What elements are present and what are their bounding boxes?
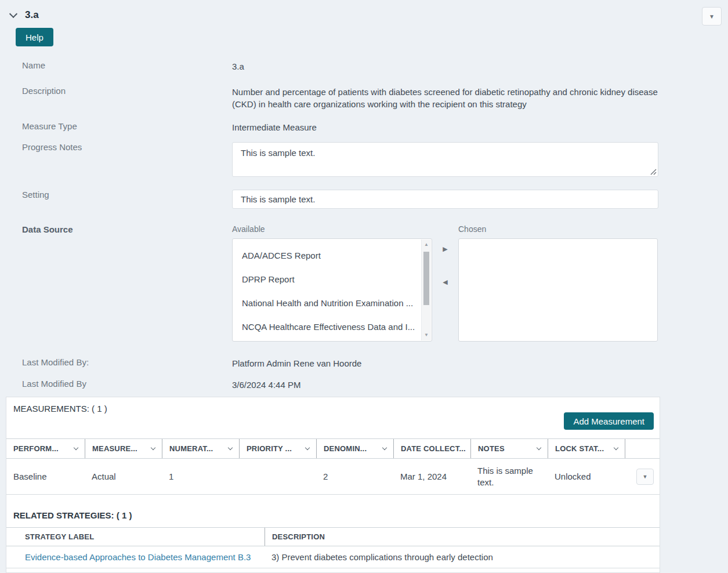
column-menu-chevron-icon[interactable] [151, 445, 155, 450]
strategies-table-header: STRATEGY LABELDESCRIPTION [6, 527, 660, 546]
column-header-label: PERFORM... [13, 444, 59, 453]
chosen-label: Chosen [458, 224, 658, 234]
measurement-cell: Unlocked [548, 471, 625, 483]
strategies-column-header: STRATEGY LABEL [6, 528, 265, 546]
page-title: 3.a [25, 9, 39, 21]
related-strategies-title: RELATED STRATEGIES: ( 1 ) [13, 510, 132, 520]
name-value: 3.a [232, 60, 658, 72]
setting-input[interactable] [232, 190, 658, 209]
last-modified-by-name-label: Last Modified By: [0, 357, 232, 367]
form-row-last-modified-by-date: Last Modified By 3/6/2024 4:44 PM [0, 379, 728, 391]
last-modified-by-date-label: Last Modified By [0, 379, 232, 389]
strategies-column-header: DESCRIPTION [265, 528, 660, 546]
add-measurement-button[interactable]: Add Measurement [564, 412, 654, 430]
chosen-listbox[interactable] [458, 238, 658, 342]
measurement-cell: Mar 1, 2024 [393, 471, 470, 483]
measurement-column-header: NUMERAT... [162, 439, 239, 458]
measurement-column-header: MEASURE... [85, 439, 162, 458]
last-modified-by-date-value: 3/6/2024 4:44 PM [232, 379, 658, 391]
column-menu-chevron-icon[interactable] [537, 445, 541, 450]
measurements-title: MEASUREMENTS: ( 1 ) [13, 404, 107, 414]
measurement-column-header: NOTES [470, 439, 548, 458]
data-source-option[interactable]: DPRP Report [233, 267, 421, 291]
form-row-name: Name 3.a [0, 60, 728, 72]
column-header-label: DENOMIN... [324, 444, 367, 453]
strategy-link[interactable]: Evidence-based Approaches to Diabetes Ma… [25, 552, 251, 562]
scroll-up-icon[interactable]: ▲ [422, 242, 431, 248]
measure-form: Name 3.a Description Number and percenta… [0, 60, 728, 391]
measurements-panel: MEASUREMENTS: ( 1 ) Add Measurement PERF… [6, 397, 660, 573]
column-menu-chevron-icon[interactable] [614, 445, 618, 450]
data-source-option[interactable]: ADA/ADCES Report [233, 244, 421, 267]
move-left-button[interactable]: ◀ [443, 278, 447, 286]
form-row-setting: Setting [0, 190, 728, 209]
column-header-label: NUMERAT... [169, 444, 213, 453]
scroll-down-icon[interactable]: ▼ [422, 332, 431, 338]
caret-down-icon: ▼ [643, 474, 648, 480]
measurement-cell: Actual [85, 471, 162, 483]
strategy-row: Evidence-based Approaches to Diabetes Ma… [6, 546, 660, 568]
measurement-column-header: PRIORITY ... [239, 439, 316, 458]
listbox-scrollbar[interactable]: ▲ ▼ [421, 240, 431, 340]
available-listbox[interactable]: ADA/ADCES ReportDPRP ReportNational Heal… [232, 238, 432, 342]
measure-type-value: Intermediate Measure [232, 121, 658, 133]
measurement-cell: Baseline [6, 471, 85, 483]
setting-label: Setting [0, 190, 232, 200]
last-modified-by-name-value: Platform Admin Rene van Hoorde [232, 357, 658, 369]
measurement-cell: 2 [316, 471, 393, 483]
progress-notes-label: Progress Notes [0, 142, 232, 152]
measurement-row-menu-button[interactable]: ▼ [636, 469, 654, 485]
column-header-label: MEASURE... [92, 444, 137, 453]
description-value: Number and percentage of patients with d… [232, 86, 658, 110]
help-button[interactable]: Help [16, 28, 53, 46]
measurement-cell-actions: ▼ [625, 469, 661, 485]
data-source-option[interactable]: National Health and Nutrition Examinatio… [233, 291, 421, 315]
header-menu-button[interactable]: ▼ [702, 7, 722, 26]
measurement-column-header: DENOMIN... [316, 439, 393, 458]
column-menu-chevron-icon[interactable] [74, 445, 78, 450]
measurements-table-header: PERFORM...MEASURE...NUMERAT...PRIORITY .… [6, 438, 660, 459]
strategy-description: 3) Prevent diabetes complications throug… [265, 552, 660, 562]
measurement-column-header: DATE COLLECT... [393, 439, 470, 458]
data-source-label: Data Source [0, 224, 232, 234]
measurement-column-header: LOCK STAT... [548, 439, 625, 458]
data-source-option[interactable]: NCQA Healthcare Effectiveness Data and I… [233, 315, 421, 339]
available-label: Available [232, 224, 432, 234]
column-menu-chevron-icon[interactable] [382, 445, 387, 450]
collapse-chevron-icon[interactable] [9, 10, 17, 18]
caret-down-icon: ▼ [709, 13, 715, 20]
column-header-label: PRIORITY ... [247, 444, 292, 453]
column-header-label: LOCK STAT... [555, 444, 604, 453]
name-label: Name [0, 60, 232, 70]
measurement-cell: 1 [162, 471, 239, 483]
column-header-label: DATE COLLECT... [401, 444, 466, 453]
form-row-measure-type: Measure Type Intermediate Measure [0, 121, 728, 133]
measurement-column-header-empty [625, 439, 660, 458]
scrollbar-thumb[interactable] [423, 252, 429, 305]
progress-notes-textarea[interactable] [232, 142, 658, 177]
column-menu-chevron-icon[interactable] [228, 445, 233, 450]
strategy-label-cell: Evidence-based Approaches to Diabetes Ma… [6, 552, 265, 562]
measurement-column-header: PERFORM... [6, 439, 85, 458]
move-right-button[interactable]: ▶ [443, 245, 447, 253]
measurement-cell: This is sample text. [470, 465, 548, 488]
form-row-progress-notes: Progress Notes [0, 142, 728, 177]
form-row-data-source: Data Source Available ADA/ADCES ReportDP… [0, 224, 728, 342]
measure-type-label: Measure Type [0, 121, 232, 131]
measurement-table-row: BaselineActual12Mar 1, 2024This is sampl… [6, 459, 660, 495]
section-header: 3.a ▼ [0, 0, 728, 21]
column-header-label: NOTES [478, 444, 505, 453]
description-label: Description [0, 86, 232, 96]
form-row-description: Description Number and percentage of pat… [0, 86, 728, 110]
form-row-last-modified-by-name: Last Modified By: Platform Admin Rene va… [0, 357, 728, 369]
column-menu-chevron-icon[interactable] [305, 445, 310, 450]
